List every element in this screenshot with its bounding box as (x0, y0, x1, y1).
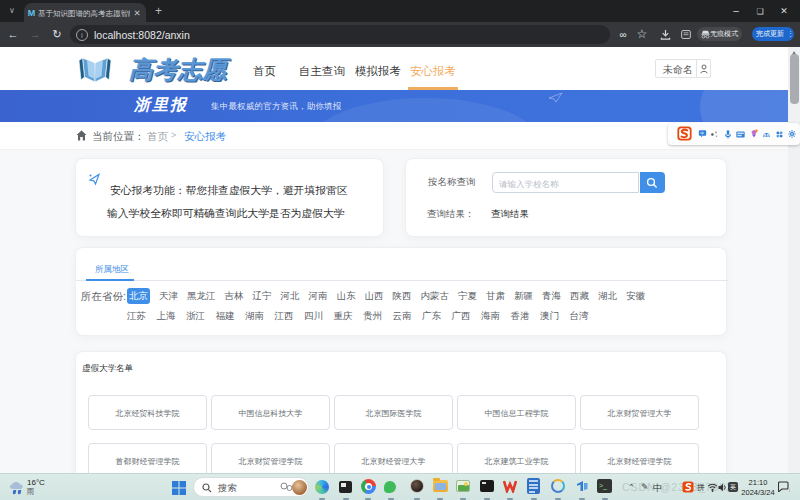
svg-text:3: 3 (789, 488, 790, 493)
svg-text:中: 中 (700, 131, 704, 136)
